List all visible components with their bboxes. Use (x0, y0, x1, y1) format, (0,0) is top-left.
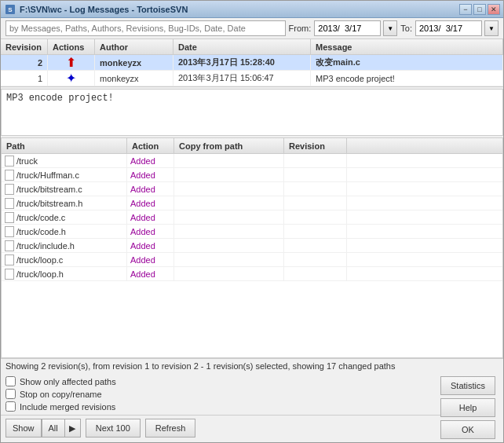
log-table-header: Revision Actions Author Date Message (1, 39, 503, 55)
message-area: MP3 encode project! (1, 89, 503, 136)
file-icon (5, 184, 14, 195)
refresh-button[interactable]: Refresh (145, 419, 196, 438)
col-author[interactable]: Author (95, 39, 173, 54)
col-revision[interactable]: Revision (1, 39, 48, 54)
search-input[interactable] (5, 20, 286, 36)
col-message[interactable]: Message (311, 39, 503, 54)
title-bar: S F:\SVN\wc - Log Messages - TortoiseSVN… (1, 1, 503, 18)
path-cell-action: Added (127, 253, 174, 266)
path-cell-copy-from (174, 154, 284, 167)
log-cell-author: monkeyzx (95, 55, 173, 70)
path-row[interactable]: /truck/code.c Added (2, 211, 502, 225)
path-col-action[interactable]: Action (127, 138, 174, 153)
show-only-affected-row[interactable]: Show only affected paths (5, 376, 436, 386)
from-date-input[interactable] (314, 20, 381, 36)
path-cell-copy-from (174, 196, 284, 210)
path-cell-path: /truck/bitstream.h (2, 196, 127, 210)
file-icon (5, 254, 14, 265)
bottom-left-buttons: Show All ▶ Next 100 Refresh (5, 419, 195, 438)
col-date[interactable]: Date (173, 39, 311, 54)
path-cell-action: Added (127, 168, 174, 181)
help-button[interactable]: Help (440, 398, 495, 417)
message-content: MP3 encode project! (6, 93, 114, 104)
show-only-affected-checkbox[interactable] (5, 376, 16, 386)
path-cell-path: /truck/bitstream.c (2, 182, 127, 196)
log-row[interactable]: 2 ⬆ monkeyzx 2013年3月17日 15:28:40 改变main.… (1, 55, 503, 71)
show-only-affected-label: Show only affected paths (20, 377, 116, 386)
include-merged-checkbox[interactable] (5, 401, 16, 412)
path-cell-revision (284, 253, 347, 266)
path-row[interactable]: /truck/bitstream.h Added (2, 196, 502, 211)
main-window: S F:\SVN\wc - Log Messages - TortoiseSVN… (0, 0, 504, 443)
path-cell-path: /truck/Huffman.c (2, 168, 127, 181)
to-date-dropdown[interactable]: ▼ (484, 20, 499, 36)
bottom-section: Show only affected paths Stop on copy/re… (1, 373, 503, 442)
path-cell-action: Added (127, 154, 174, 167)
file-icon (5, 212, 14, 223)
path-table-container: Path Action Copy from path Revision /tru… (1, 137, 503, 358)
status-text: Showing 2 revision(s), from revision 1 t… (5, 361, 395, 371)
path-table-body[interactable]: /truck Added /truck/Huffman.c Added /tru… (2, 154, 502, 357)
close-button[interactable]: ✕ (488, 4, 500, 15)
ok-button[interactable]: OK (440, 420, 495, 439)
include-merged-label: Include merged revisions (20, 402, 115, 412)
path-cell-revision (284, 267, 347, 280)
log-cell-date: 2013年3月17日 15:06:47 (173, 71, 311, 86)
path-row[interactable]: /truck/loop.c Added (2, 253, 502, 267)
minimize-button[interactable]: − (459, 4, 472, 15)
path-cell-revision (284, 196, 347, 210)
log-table: Revision Actions Author Date Message 2 ⬆… (1, 39, 503, 87)
path-cell-action: Added (127, 225, 174, 238)
next100-button[interactable]: Next 100 (86, 419, 141, 438)
bottom-inner: Show only affected paths Stop on copy/re… (1, 373, 503, 442)
path-col-revision[interactable]: Revision (284, 138, 347, 153)
path-row[interactable]: /truck/bitstream.c Added (2, 182, 502, 196)
to-date-input[interactable] (415, 20, 482, 36)
show-more-button[interactable]: ▶ (65, 419, 81, 438)
path-cell-action: Added (127, 196, 174, 210)
log-cell-action: ⬆ (48, 55, 95, 70)
stop-on-copy-row[interactable]: Stop on copy/rename (5, 389, 436, 399)
folder-icon (5, 156, 14, 167)
svg-text:S: S (8, 6, 13, 13)
path-cell-copy-from (174, 267, 284, 280)
log-cell-author: monkeyzx (95, 71, 173, 86)
path-row[interactable]: /truck/Huffman.c Added (2, 168, 502, 182)
action-icon-red: ⬆ (66, 55, 76, 70)
path-row[interactable]: /truck/include.h Added (2, 239, 502, 253)
path-cell-copy-from (174, 239, 284, 252)
path-cell-path: /truck/code.c (2, 211, 127, 224)
show-button[interactable]: Show (5, 419, 42, 438)
path-cell-action: Added (127, 182, 174, 196)
statistics-button[interactable]: Statistics (440, 376, 495, 395)
include-merged-row[interactable]: Include merged revisions (5, 401, 436, 412)
path-cell-revision (284, 211, 347, 224)
path-cell-revision (284, 182, 347, 196)
path-row[interactable]: /truck/code.h Added (2, 225, 502, 239)
path-col-path[interactable]: Path (2, 138, 127, 153)
col-actions[interactable]: Actions (48, 39, 95, 54)
path-cell-path: /truck/loop.h (2, 267, 127, 280)
from-date-dropdown[interactable]: ▼ (383, 20, 397, 36)
path-cell-copy-from (174, 182, 284, 196)
path-cell-path: /truck/include.h (2, 239, 127, 252)
path-row[interactable]: /truck Added (2, 154, 502, 168)
file-icon (5, 240, 14, 251)
path-cell-path: /truck/loop.c (2, 253, 127, 266)
maximize-button[interactable]: □ (473, 4, 486, 15)
options-area: Show only affected paths Stop on copy/re… (1, 373, 440, 415)
path-row[interactable]: /truck/loop.h Added (2, 267, 502, 281)
stop-on-copy-checkbox[interactable] (5, 389, 16, 399)
file-icon (5, 198, 14, 209)
app-icon: S (4, 3, 16, 16)
log-row[interactable]: 1 ✦ monkeyzx 2013年3月17日 15:06:47 MP3 enc… (1, 71, 503, 86)
log-cell-date: 2013年3月17日 15:28:40 (173, 55, 311, 70)
all-button[interactable]: All (42, 419, 65, 438)
log-cell-revision: 2 (1, 55, 48, 70)
log-cell-revision: 1 (1, 71, 48, 86)
path-col-copy-from[interactable]: Copy from path (174, 138, 284, 153)
search-bar: From: ▼ To: ▼ (1, 18, 503, 39)
path-cell-revision (284, 154, 347, 167)
path-cell-revision (284, 168, 347, 181)
path-cell-path: /truck (2, 154, 127, 167)
